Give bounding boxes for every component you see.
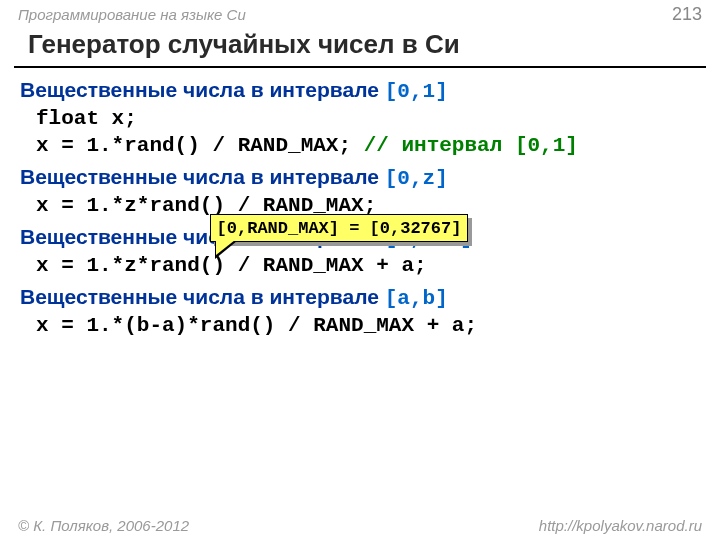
callout-box: [0,RAND_MAX] = [0,32767] — [210, 214, 468, 242]
page-number: 213 — [672, 4, 702, 25]
section-2-range: [0,z] — [385, 167, 448, 190]
footer: © К. Поляков, 2006-2012 http://kpolyakov… — [18, 517, 702, 534]
slide-title: Генератор случайных чисел в Си — [0, 27, 720, 66]
content: Вещественные числа в интервале [0,1] flo… — [0, 78, 720, 337]
section-2-head: Вещественные числа в интервале [0,z] — [20, 165, 700, 190]
title-underline — [14, 66, 706, 68]
code-3: x = 1.*z*rand() / RAND_MAX + a; — [36, 254, 700, 277]
code-4: x = 1.*(b-a)*rand() / RAND_MAX + a; — [36, 314, 700, 337]
callout-tail-fill — [216, 240, 235, 255]
callout-text: [0,RAND_MAX] = [0,32767] — [217, 219, 462, 238]
section-4-text: Вещественные числа в интервале — [20, 285, 385, 308]
section-1-range: [0,1] — [385, 80, 448, 103]
section-1-text: Вещественные числа в интервале — [20, 78, 385, 101]
code-decl: float x; — [36, 107, 700, 130]
code-1-body: x = 1.*rand() / RAND_MAX; — [36, 134, 364, 157]
section-2-text: Вещественные числа в интервале — [20, 165, 385, 188]
code-1: x = 1.*rand() / RAND_MAX; // интервал [0… — [36, 134, 700, 157]
code-1-comment: // интервал [0,1] — [364, 134, 578, 157]
course-name: Программирование на языке Си — [18, 6, 246, 23]
copyright: © К. Поляков, 2006-2012 — [18, 517, 189, 534]
section-4-head: Вещественные числа в интервале [a,b] — [20, 285, 700, 310]
section-1-head: Вещественные числа в интервале [0,1] — [20, 78, 700, 103]
callout: [0,RAND_MAX] = [0,32767] — [210, 214, 468, 242]
footer-url: http://kpolyakov.narod.ru — [539, 517, 702, 534]
header-bar: Программирование на языке Си 213 — [0, 0, 720, 27]
section-4-range: [a,b] — [385, 287, 448, 310]
